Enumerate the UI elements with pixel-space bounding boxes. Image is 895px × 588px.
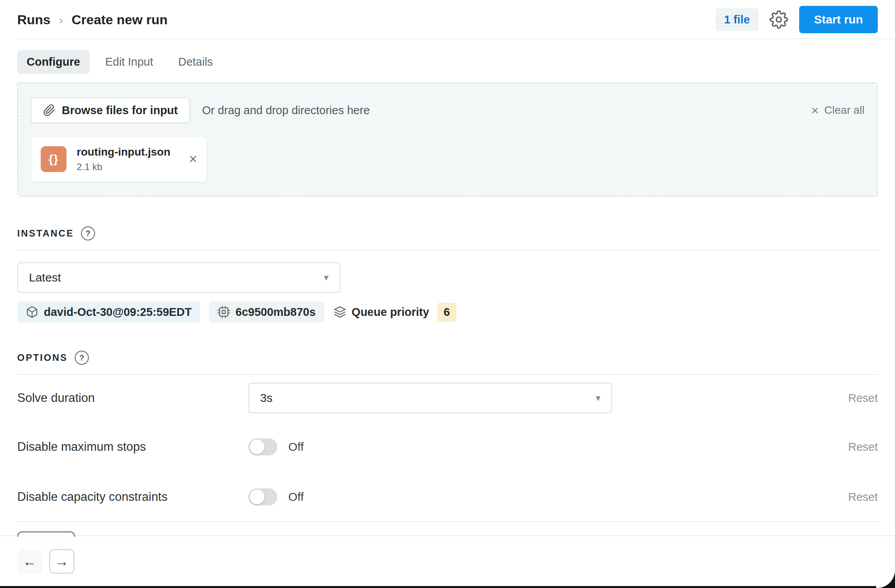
- instance-section-title: INSTANCE: [17, 228, 74, 239]
- json-file-icon: {}: [41, 146, 66, 172]
- solve-duration-select[interactable]: 3s ▾: [248, 383, 612, 413]
- header-actions: 1 file Start run: [715, 6, 878, 33]
- options-section-title: OPTIONS: [17, 352, 68, 363]
- disable-max-stops-label: Disable maximum stops: [17, 440, 248, 454]
- breadcrumb: Runs › Create new run: [17, 12, 168, 27]
- breadcrumb-runs[interactable]: Runs: [17, 12, 50, 27]
- footer-divider: [0, 535, 895, 536]
- instance-version-select[interactable]: Latest ▾: [17, 262, 340, 293]
- page-title: Create new run: [72, 12, 168, 27]
- options-divider: [17, 374, 878, 375]
- cpu-chip-icon: [217, 306, 230, 318]
- options-bottom-divider: [17, 521, 878, 522]
- file-meta: routing-input.json 2.1 kb: [77, 146, 171, 172]
- options-section-header: OPTIONS ?: [17, 351, 878, 365]
- queue-priority-label: Queue priority: [352, 306, 429, 319]
- clipped-control-row: [17, 531, 878, 535]
- options-help-icon[interactable]: ?: [75, 351, 89, 365]
- file-count-badge[interactable]: 1 file: [715, 8, 758, 31]
- chevron-right-icon: ›: [59, 13, 63, 27]
- disable-max-stops-state: Off: [288, 440, 304, 454]
- instance-divider: [17, 250, 878, 251]
- chevron-down-icon: ▾: [324, 272, 329, 283]
- disable-capacity-state: Off: [288, 490, 304, 504]
- start-run-button[interactable]: Start run: [799, 6, 878, 33]
- clear-all-label: Clear all: [824, 104, 864, 117]
- file-size: 2.1 kb: [77, 161, 171, 172]
- clear-all-button[interactable]: × Clear all: [811, 104, 864, 117]
- device-tag-label: 6c9500mb870s: [235, 306, 316, 319]
- tab-configure[interactable]: Configure: [17, 50, 90, 74]
- drag-drop-hint: Or drag and drop directories here: [202, 104, 370, 117]
- toggle-knob: [250, 439, 264, 454]
- back-arrow-button[interactable]: ←: [17, 549, 42, 574]
- screen-bottom-edge: [0, 586, 895, 588]
- disable-capacity-label: Disable capacity constraints: [17, 490, 248, 504]
- queue-priority-value-badge: 6: [437, 303, 456, 322]
- dropzone-toolbar: Browse files for input Or drag and drop …: [31, 97, 864, 123]
- device-tag: 6c9500mb870s: [209, 301, 324, 323]
- tab-details[interactable]: Details: [169, 50, 222, 74]
- clipped-button[interactable]: [17, 531, 75, 537]
- instance-version-value: Latest: [29, 271, 61, 284]
- instance-section-header: INSTANCE ?: [17, 226, 878, 240]
- option-row-disable-max-stops: Disable maximum stops Off Reset: [17, 438, 878, 455]
- paperclip-icon: [43, 104, 56, 117]
- gear-icon[interactable]: [769, 10, 788, 29]
- window-rounded-corner: [876, 559, 895, 588]
- solve-duration-label: Solve duration: [17, 391, 248, 405]
- tab-edit-input[interactable]: Edit Input: [96, 50, 163, 74]
- remove-file-icon[interactable]: ×: [189, 152, 197, 166]
- toggle-knob: [250, 489, 264, 504]
- solve-duration-reset[interactable]: Reset: [848, 392, 878, 405]
- forward-arrow-button[interactable]: →: [49, 549, 74, 574]
- cube-icon: [26, 306, 38, 318]
- file-dropzone[interactable]: Browse files for input Or drag and drop …: [17, 82, 878, 197]
- solve-duration-value: 3s: [260, 391, 273, 405]
- instance-help-icon[interactable]: ?: [81, 226, 95, 240]
- disable-capacity-toggle[interactable]: [248, 488, 277, 506]
- footer-navigation: ← →: [17, 549, 878, 574]
- instance-version-label: david-Oct-30@09:25:59EDT: [44, 306, 192, 319]
- disable-capacity-reset[interactable]: Reset: [848, 491, 878, 504]
- close-icon: ×: [811, 104, 819, 117]
- instance-tags: david-Oct-30@09:25:59EDT 6c9500mb870s Qu…: [17, 301, 878, 323]
- tab-bar: Configure Edit Input Details: [0, 39, 895, 82]
- file-name: routing-input.json: [77, 146, 171, 158]
- instance-version-tag: david-Oct-30@09:25:59EDT: [17, 301, 200, 323]
- browse-files-button[interactable]: Browse files for input: [31, 97, 190, 123]
- queue-priority-tag: Queue priority 6: [333, 301, 457, 323]
- chevron-down-icon: ▾: [596, 393, 600, 403]
- option-row-disable-capacity: Disable capacity constraints Off Reset: [17, 488, 878, 506]
- layers-icon: [334, 306, 346, 318]
- browse-files-label: Browse files for input: [62, 104, 178, 117]
- disable-max-stops-reset[interactable]: Reset: [848, 441, 878, 454]
- uploaded-file-card: {} routing-input.json 2.1 kb ×: [31, 136, 207, 183]
- page-header: Runs › Create new run 1 file Start run: [0, 0, 895, 39]
- option-row-solve-duration: Solve duration 3s ▾ Reset: [17, 383, 878, 413]
- disable-max-stops-toggle[interactable]: [248, 438, 277, 455]
